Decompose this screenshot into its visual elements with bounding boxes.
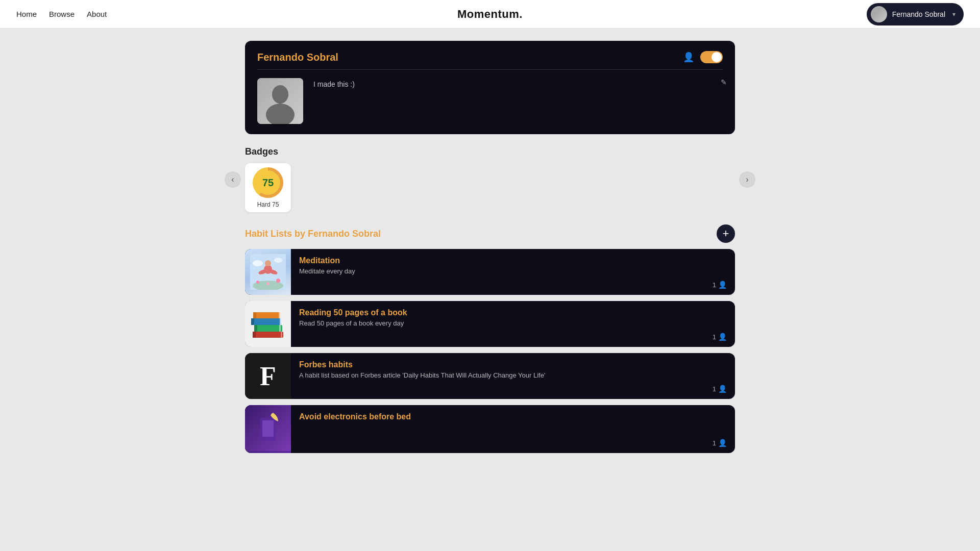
svg-point-6 [274,258,282,263]
habit-lists-author: Fernando Sobral [308,229,381,239]
toggle-knob [712,52,722,62]
profile-header-right: 👤 [683,51,723,63]
habit-members: 1 👤 [713,439,727,447]
electronics-image [245,405,291,453]
habit-lists-prefix: Habit Lists by [245,229,308,239]
svg-point-2 [272,85,288,104]
badge-label: Hard 75 [257,201,279,208]
navbar: Home Browse About Momentum. Fernando Sob… [0,0,980,29]
profile-bio: I made this :) [313,80,723,88]
profile-card: Fernando Sobral 👤 [245,41,735,134]
members-count: 1 [713,439,716,447]
svg-point-14 [266,282,270,285]
svg-rect-27 [281,332,282,338]
habit-image-forbes: F [245,353,291,399]
books-image [245,301,291,347]
habit-list-item[interactable]: Meditation Meditate every day 1 👤 [245,249,735,295]
habit-image-books [245,301,291,347]
profile-toggle[interactable] [700,51,723,63]
chevron-down-icon: ▾ [952,11,955,18]
profile-divider [257,69,723,70]
nav-about[interactable]: About [87,10,107,18]
badges-section: Badges ‹ 75 Hard 75 › [245,146,735,212]
habit-image-electronics [245,405,291,453]
nav-home[interactable]: Home [16,10,37,18]
habit-description: Read 50 pages of a book every day [299,319,727,327]
app-title: Momentum. [457,8,523,21]
profile-photo-image [257,78,303,124]
badges-arrow-right[interactable]: › [739,171,755,188]
svg-rect-16 [253,332,283,338]
habit-title: Meditation [299,256,727,265]
svg-rect-30 [262,420,274,437]
forbes-letter: F [260,361,276,391]
habit-description: Meditate every day [299,267,727,275]
habit-content: Forbes habits A habit list based on Forb… [291,353,735,399]
person-icon: 👤 [718,333,727,341]
meditation-svg [250,254,286,290]
habit-title: Forbes habits [299,360,727,369]
person-icon: 👤 [718,385,727,393]
habit-content: Avoid electronics before bed [291,405,735,453]
edit-icon[interactable]: ✎ [721,78,727,86]
svg-point-9 [265,260,271,266]
profile-photo [257,78,303,124]
person-icon: 👤 [718,439,727,447]
habit-description: A habit list based on Forbes article 'Da… [299,371,727,379]
habit-list-item[interactable]: Avoid electronics before bed 1 👤 [245,405,735,453]
main-content: Fernando Sobral 👤 [245,29,735,471]
svg-rect-26 [279,325,281,332]
books-svg [245,301,291,347]
svg-rect-18 [254,325,282,332]
svg-point-5 [253,260,263,266]
svg-rect-25 [280,318,281,325]
svg-rect-21 [251,318,254,325]
svg-rect-17 [253,332,256,338]
members-count: 1 [713,281,716,289]
members-count: 1 [713,385,716,393]
user-icon: 👤 [683,52,694,63]
profile-bio-section: I made this :) ✎ [313,78,723,88]
meditation-image [245,249,291,295]
badge-icon: 75 [253,167,283,198]
electronics-svg [245,405,291,451]
profile-photo-svg [257,78,303,124]
avatar [871,6,887,22]
habit-members: 1 👤 [713,281,727,289]
profile-body: I made this :) ✎ [257,78,723,124]
habit-members: 1 👤 [713,385,727,393]
habit-image-meditation [245,249,291,295]
add-habit-list-button[interactable]: + [717,224,735,243]
user-menu[interactable]: Fernando Sobral ▾ [867,3,964,26]
svg-point-12 [256,281,259,284]
badges-arrow-left[interactable]: ‹ [225,171,241,188]
person-icon: 👤 [718,281,727,289]
badges-row: ‹ 75 Hard 75 › [245,163,735,212]
svg-rect-24 [279,312,280,318]
members-count: 1 [713,333,716,341]
svg-rect-20 [251,318,281,325]
badge-value: 75 [256,170,280,195]
habit-content: Reading 50 pages of a book Read 50 pages… [291,301,735,347]
habit-title: Avoid electronics before bed [299,412,727,421]
habit-list-item[interactable]: F Forbes habits A habit list based on Fo… [245,353,735,399]
nav-username: Fernando Sobral [892,10,945,18]
habit-content: Meditation Meditate every day [291,249,735,295]
svg-rect-22 [253,312,280,318]
svg-point-13 [276,279,280,283]
habit-lists-header: Habit Lists by Fernando Sobral + [245,224,735,243]
profile-name: Fernando Sobral [257,52,338,63]
nav-browse[interactable]: Browse [49,10,75,18]
forbes-image: F [245,353,291,399]
badges-title: Badges [245,146,735,157]
habit-members: 1 👤 [713,333,727,341]
habit-lists-title: Habit Lists by Fernando Sobral [245,229,381,239]
svg-rect-19 [254,325,257,332]
habit-list-item[interactable]: Reading 50 pages of a book Read 50 pages… [245,301,735,347]
avatar-image [871,6,887,22]
habit-title: Reading 50 pages of a book [299,308,727,317]
nav-links: Home Browse About [16,10,107,18]
badge-item[interactable]: 75 Hard 75 [245,163,291,212]
profile-header: Fernando Sobral 👤 [257,51,723,63]
svg-rect-23 [253,312,256,318]
